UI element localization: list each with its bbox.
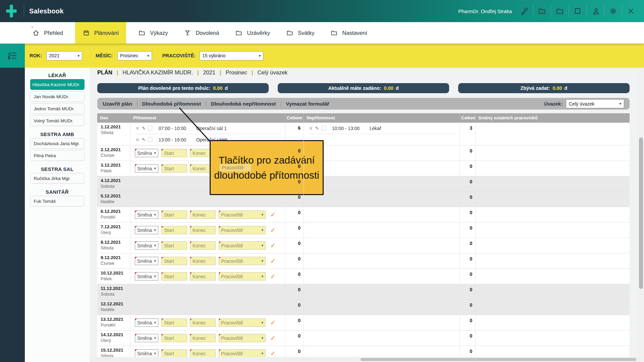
tab-planovani[interactable]: Plánování — [75, 22, 126, 44]
forward-arrow-icon[interactable]: → — [30, 23, 34, 29]
copy-entry-icon[interactable] — [148, 137, 152, 142]
start-input[interactable]: Start — [161, 334, 187, 342]
confirm-check-icon[interactable]: ✓ — [270, 350, 275, 357]
konec-input[interactable]: Konec — [190, 334, 216, 342]
absence-cell — [304, 145, 460, 161]
smena-select[interactable]: Směna▾ — [135, 226, 158, 234]
start-input[interactable]: Start — [161, 226, 187, 234]
folder-n-icon[interactable]: N — [538, 7, 546, 15]
start-input[interactable]: Start — [161, 164, 187, 173]
smena-select[interactable]: Směna▾ — [135, 210, 158, 219]
key-icon[interactable] — [520, 7, 529, 15]
pracoviste-select[interactable]: Pracoviště▾ — [219, 241, 266, 250]
sidebar-item-pilna-petra[interactable]: Pilná Petra — [30, 150, 85, 161]
tab-nastaveni[interactable]: Nastavení — [326, 22, 371, 44]
chevron-down-icon: ▾ — [261, 274, 263, 279]
shift-entry-form: Směna▾StartKonecPracoviště▾✓ — [130, 207, 285, 222]
pracoviste-select[interactable]: Pracoviště▾ — [219, 226, 266, 234]
start-input[interactable]: Start — [161, 318, 187, 327]
confirm-check-icon[interactable]: ✓ — [270, 273, 275, 280]
pracoviste-select[interactable]: Pracoviště▾ — [219, 257, 266, 265]
table-row: 1.12.2021Středa✕✎07:00 - 10:00Operační s… — [97, 123, 630, 145]
uzavrit-plan-button[interactable]: Uzavřít plán — [103, 101, 132, 107]
tab-uzaverky[interactable]: Uzávěrky — [231, 22, 274, 44]
user-icon[interactable] — [591, 7, 600, 15]
day-cell: 10.12.2021Pátek — [97, 269, 130, 284]
delete-entry-icon[interactable]: ✕ — [136, 126, 140, 131]
confirm-check-icon[interactable]: ✓ — [270, 242, 275, 249]
pracoviste-select[interactable]: Pracoviště▾ — [219, 334, 266, 342]
vertical-scrollbar — [638, 68, 644, 362]
folder-icon[interactable] — [555, 7, 564, 15]
smena-select[interactable]: Směna▾ — [135, 164, 158, 173]
start-input[interactable]: Start — [161, 257, 187, 265]
dlouhodoba-nepritomnost-button[interactable]: Dlouhodobá nepřítomnost — [211, 101, 276, 107]
pracoviste-select[interactable]: Pracoviště▾ — [219, 210, 266, 219]
sidebar-item-volny-tomas-mudr-[interactable]: Volný Tomáš MUDr. — [30, 115, 85, 126]
edit-entry-icon[interactable]: ✎ — [142, 137, 146, 142]
pracoviste-select[interactable]: Pracoviště▾ — [219, 349, 266, 358]
delete-entry-icon[interactable]: ✕ — [136, 137, 140, 142]
smena-select[interactable]: Směna▾ — [135, 318, 158, 327]
tab-vykazy[interactable]: Výkazy — [134, 22, 172, 44]
shift-entry-form: Směna▾StartKonecPracoviště▾✓ — [130, 253, 285, 268]
confirm-check-icon[interactable]: ✓ — [270, 227, 275, 234]
konec-input[interactable]: Konec — [190, 241, 216, 250]
start-input[interactable]: Start — [161, 210, 187, 219]
sidebar-item-jan-novak-mudr-[interactable]: Jan Novák MUDr. — [30, 91, 85, 102]
sidebar-item-jedno-tomas-mudr-[interactable]: Jedno Tomáš MUDr. — [30, 103, 85, 114]
sidebar-item-hlavicka-kazimir-mudr-[interactable]: Hlavička Kazimír MUDr. — [30, 79, 85, 90]
dlouhodoba-pritomnost-button[interactable]: Dlouhodobá přítomnost — [142, 101, 201, 107]
edit-entry-icon[interactable]: ✎ — [142, 126, 146, 131]
chevron-down-icon: ▾ — [261, 228, 263, 232]
konec-input[interactable]: Konec — [190, 257, 216, 265]
start-input[interactable]: Start — [161, 149, 187, 157]
tab-dovolena[interactable]: Dovolená — [180, 22, 223, 44]
konec-input[interactable]: Konec — [190, 272, 216, 281]
smena-select[interactable]: Směna▾ — [135, 149, 158, 157]
confirm-check-icon[interactable]: ✓ — [270, 257, 275, 265]
close-icon[interactable] — [627, 7, 635, 15]
tab-svatky[interactable]: Svátky — [282, 22, 319, 44]
uvazek-select[interactable]: Celý úvazek ▾ — [566, 99, 624, 108]
sidebar-item-dochazkova-jana-mgr-[interactable]: Docházková Jana Mgr. — [30, 138, 85, 149]
settings-icon[interactable] — [609, 7, 618, 15]
sidebar-item-fuk-tomas[interactable]: Fuk Tomáš — [30, 196, 85, 206]
mesic-select[interactable]: Prosinec▾ — [117, 51, 152, 60]
presence-total: 0 — [298, 179, 301, 184]
row-date: 12.12.2021 — [101, 301, 130, 306]
smena-select[interactable]: Směna▾ — [135, 349, 158, 358]
vertical-scrollbar-thumb[interactable] — [639, 137, 643, 289]
konec-input[interactable]: Konec — [190, 226, 216, 234]
copy-entry-icon[interactable] — [321, 126, 326, 131]
pracoviste-select[interactable]: Pracoviště▾ — [219, 318, 266, 327]
rok-select[interactable]: 2021▾ — [46, 51, 82, 60]
uvazek-value: Celý úvazek — [569, 101, 594, 107]
absence-total-cell: 0 — [460, 176, 476, 191]
confirm-check-icon[interactable]: ✓ — [270, 211, 275, 219]
konec-input[interactable]: Konec — [190, 318, 216, 327]
table-row: 4.12.2021Sobota00 — [97, 176, 630, 192]
vymazat-formular-button[interactable]: Vymazat formulář — [286, 101, 329, 107]
sidebar-item-rucicka-jirka-mgr-[interactable]: Ručička Jirka Mgr. — [30, 173, 85, 184]
start-input[interactable]: Start — [161, 272, 187, 281]
pracoviste-select[interactable]: Pracoviště▾ — [219, 272, 266, 281]
smena-select[interactable]: Směna▾ — [135, 257, 158, 265]
smena-select[interactable]: Směna▾ — [135, 272, 158, 281]
delete-entry-icon[interactable]: ✕ — [309, 126, 313, 131]
pracoviste-filter-select[interactable]: 15 vybráno▾ — [200, 51, 263, 60]
checklist-icon[interactable] — [0, 44, 25, 68]
edit-entry-icon[interactable]: ✎ — [315, 126, 319, 131]
horizontal-scrollbar-thumb[interactable] — [361, 358, 636, 361]
start-input[interactable]: Start — [161, 241, 187, 250]
confirm-check-icon[interactable]: ✓ — [270, 335, 275, 342]
smena-select[interactable]: Směna▾ — [135, 241, 158, 250]
maximize-icon[interactable] — [573, 7, 582, 15]
confirm-check-icon[interactable]: ✓ — [270, 319, 275, 326]
start-input[interactable]: Start — [161, 349, 187, 358]
konec-input[interactable]: Konec — [190, 210, 216, 219]
konec-input[interactable]: Konec — [190, 349, 216, 358]
chevron-down-icon: ▾ — [261, 259, 263, 263]
smena-select[interactable]: Směna▾ — [135, 334, 158, 342]
copy-entry-icon[interactable] — [148, 126, 152, 131]
